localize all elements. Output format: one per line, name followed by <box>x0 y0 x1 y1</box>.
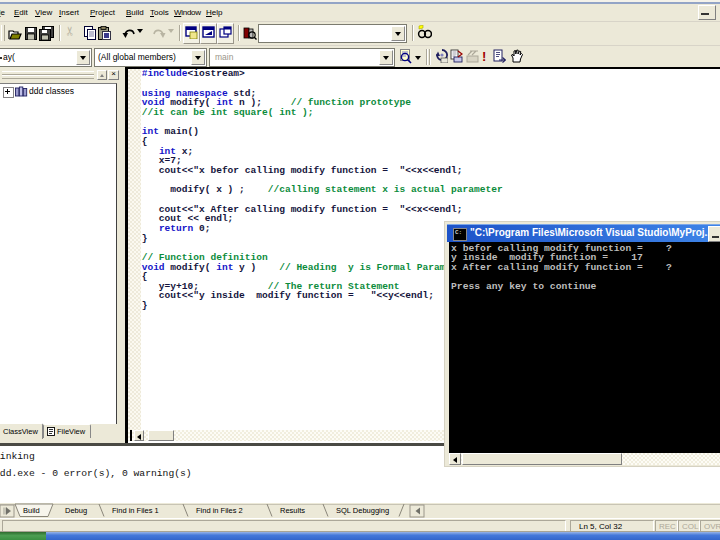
svg-text:Build: Build <box>23 506 40 515</box>
svg-text:Debug: Debug <box>65 506 87 515</box>
svg-text:Find in Files 1: Find in Files 1 <box>112 506 159 515</box>
svg-text:Find in Files 2: Find in Files 2 <box>196 506 243 515</box>
svg-text:Results: Results <box>280 506 305 515</box>
svg-text:SQL Debugging: SQL Debugging <box>336 506 389 515</box>
